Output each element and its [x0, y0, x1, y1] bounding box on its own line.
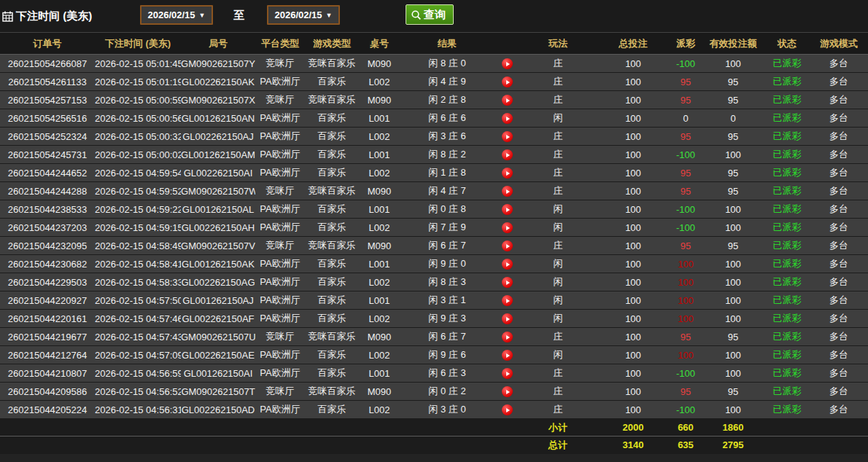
bet-time-cell: 2026-02-15 04:57:09: [95, 346, 181, 364]
replay-icon[interactable]: [502, 58, 513, 69]
replay-cell: [495, 255, 519, 273]
payout-cell: 100: [670, 273, 702, 291]
total-bet-cell: 100: [597, 91, 670, 109]
platform-type-cell: PA欧洲厅: [255, 164, 305, 182]
col-header-replay: [495, 33, 519, 55]
total-bet-cell: 100: [597, 219, 670, 237]
game-type-cell: 竞咪百家乐: [305, 328, 359, 346]
replay-icon[interactable]: [502, 149, 513, 160]
replay-icon[interactable]: [502, 386, 513, 397]
result-cell: 闲 0 庄 2: [400, 383, 495, 401]
replay-icon[interactable]: [502, 368, 513, 379]
chevron-down-icon: ▼: [326, 12, 333, 19]
status-cell: 已派彩: [764, 200, 810, 219]
result-cell: 闲 9 庄 6: [400, 346, 495, 364]
bet-time-cell: 2026-02-15 04:58:49: [95, 237, 181, 255]
table-row: 2602150542660872026-02-15 05:01:45GM0902…: [0, 55, 868, 73]
total-bet-cell: 100: [597, 237, 670, 255]
replay-icon[interactable]: [502, 113, 513, 124]
result-cell: 闲 6 庄 3: [400, 364, 495, 383]
table-number-cell: L001: [359, 109, 400, 128]
payout-cell: 0: [670, 109, 702, 128]
play-type-cell: 庄: [519, 182, 597, 200]
replay-cell: [495, 310, 519, 328]
table-row: 2602150442442882026-02-15 04:59:52GM0902…: [0, 182, 868, 200]
bet-time-cell: 2026-02-15 04:59:15: [95, 219, 181, 237]
total-bet-cell: 100: [597, 55, 670, 73]
table-header: 订单号 下注时间 (美东) 局号 平台类型 游戏类型 桌号 结果 玩法 总投注 …: [0, 33, 868, 55]
platform-type-cell: 竞咪厅: [255, 182, 305, 200]
order-number-cell: 260215054261133: [0, 73, 95, 91]
order-number-cell: 260215044230682: [0, 255, 95, 273]
status-cell: 已派彩: [764, 219, 810, 237]
bet-time-cell: 2026-02-15 04:59:54: [95, 164, 181, 182]
replay-icon[interactable]: [502, 204, 513, 215]
replay-icon[interactable]: [502, 313, 513, 324]
round-number-cell: GL002262150AD: [181, 401, 255, 419]
replay-icon[interactable]: [502, 95, 513, 106]
replay-icon[interactable]: [502, 131, 513, 142]
round-number-cell: GL002262150AH: [181, 219, 255, 237]
replay-icon[interactable]: [502, 77, 513, 87]
order-number-cell: 260215044219677: [0, 328, 95, 346]
game-mode-cell: 多台: [810, 273, 868, 291]
status-cell: 已派彩: [764, 146, 810, 164]
status-cell: 已派彩: [764, 182, 810, 200]
result-cell: 闲 3 庄 1: [400, 291, 495, 310]
play-type-cell: 闲: [519, 219, 597, 237]
replay-cell: [495, 146, 519, 164]
replay-icon[interactable]: [502, 350, 513, 361]
game-type-cell: 百家乐: [305, 401, 359, 419]
round-number-cell: GL001262150AJ: [181, 291, 255, 310]
order-number-cell: 260215044232095: [0, 237, 95, 255]
replay-cell: [495, 328, 519, 346]
table-row: 2602150442320952026-02-15 04:58:49GM0902…: [0, 237, 868, 255]
table-number-cell: L002: [359, 310, 400, 328]
order-number-cell: 260215054257153: [0, 91, 95, 109]
result-cell: 闲 3 庄 0: [400, 401, 495, 419]
date-from-select[interactable]: 2026/02/15 ▼: [140, 5, 213, 25]
table-number-cell: L002: [359, 73, 400, 91]
bet-time-cell: 2026-02-15 04:58:33: [95, 273, 181, 291]
round-number-cell: GL001262150AM: [181, 146, 255, 164]
col-header-round-number: 局号: [181, 33, 255, 55]
replay-icon[interactable]: [502, 240, 513, 251]
replay-cell: [495, 164, 519, 182]
replay-icon[interactable]: [502, 332, 513, 342]
valid-bet-cell: 95: [702, 237, 764, 255]
query-button[interactable]: 查询: [406, 4, 454, 25]
payout-cell: 100: [670, 291, 702, 310]
round-number-cell: GL002262150AF: [181, 310, 255, 328]
table-row: 2602150442446522026-02-15 04:59:54GL0022…: [0, 164, 868, 182]
platform-type-cell: 竞咪厅: [255, 328, 305, 346]
date-to-select[interactable]: 2026/02/15 ▼: [267, 5, 340, 25]
replay-cell: [495, 237, 519, 255]
bet-time-cell: 2026-02-15 05:00:02: [95, 146, 181, 164]
replay-icon[interactable]: [502, 259, 513, 270]
game-mode-cell: 多台: [810, 310, 868, 328]
table-body: 2602150542660872026-02-15 05:01:45GM0902…: [0, 55, 868, 419]
result-cell: 闲 8 庄 0: [400, 55, 495, 73]
play-type-cell: 庄: [519, 364, 597, 383]
round-number-cell: GL001262150AK: [181, 255, 255, 273]
col-header-game-type: 游戏类型: [305, 33, 359, 55]
status-cell: 已派彩: [764, 164, 810, 182]
replay-cell: [495, 291, 519, 310]
play-type-cell: 闲: [519, 273, 597, 291]
play-type-cell: 庄: [519, 164, 597, 182]
platform-type-cell: 竞咪厅: [255, 55, 305, 73]
platform-type-cell: PA欧洲厅: [255, 364, 305, 383]
replay-icon[interactable]: [502, 222, 513, 233]
game-mode-cell: 多台: [810, 200, 868, 219]
table-footer: 小计 2000 660 1860 总计 3140 635 2795: [0, 419, 868, 454]
replay-icon[interactable]: [502, 186, 513, 197]
table-number-cell: M090: [359, 182, 400, 200]
valid-bet-cell: 100: [702, 219, 764, 237]
replay-icon[interactable]: [502, 168, 513, 179]
replay-icon[interactable]: [502, 404, 513, 415]
replay-icon[interactable]: [502, 277, 513, 288]
payout-cell: 100: [670, 310, 702, 328]
payout-cell: 95: [670, 128, 702, 146]
replay-cell: [495, 219, 519, 237]
replay-icon[interactable]: [502, 295, 513, 306]
